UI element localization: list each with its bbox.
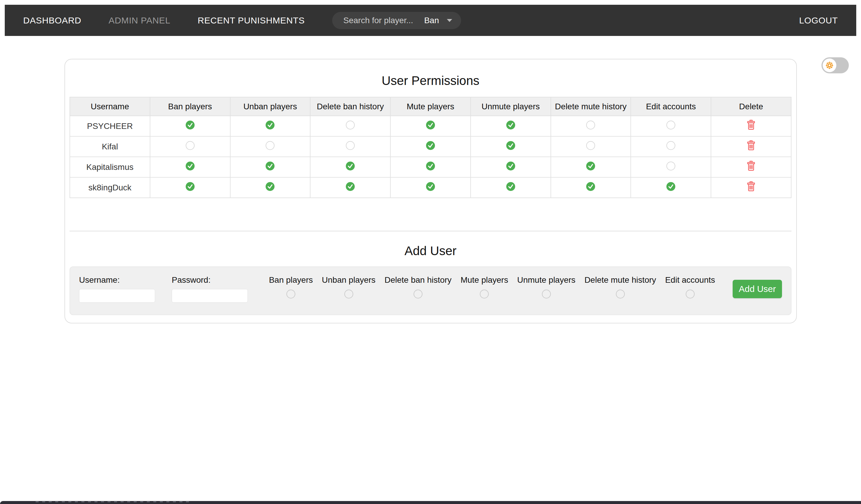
permission-cell-edit-accounts <box>631 177 711 198</box>
unban-players-radio[interactable] <box>344 290 353 298</box>
nav-item-dashboard[interactable]: DASHBOARD <box>23 15 81 26</box>
table-row: Kifal <box>70 136 791 157</box>
perm-group-edit-accounts: Edit accounts <box>665 275 715 298</box>
check-icon-unmute-players[interactable] <box>506 182 515 191</box>
username-cell: PSYCHEER <box>70 116 150 136</box>
delete-user-button[interactable] <box>747 181 755 192</box>
empty-circle-icon-ban-players[interactable] <box>186 141 195 150</box>
delete-user-button[interactable] <box>747 120 755 130</box>
password-field-group: Password: <box>172 275 248 303</box>
logout-button[interactable]: LOGOUT <box>799 15 838 26</box>
column-header-unmute-players: Unmute players <box>470 97 551 116</box>
permission-cell-ban-players <box>150 157 230 177</box>
column-header-unban-players: Unban players <box>230 97 311 116</box>
username-cell: Kifal <box>70 136 150 157</box>
page-title: User Permissions <box>65 74 796 88</box>
permission-cell-delete-ban-history <box>310 177 391 198</box>
delete-cell <box>711 157 791 177</box>
ban-players-radio[interactable] <box>286 290 295 298</box>
caret-down-icon[interactable] <box>447 19 452 22</box>
column-header-edit-accounts: Edit accounts <box>631 97 711 116</box>
permission-cell-ban-players <box>150 136 230 157</box>
empty-circle-icon-edit-accounts[interactable] <box>666 121 675 129</box>
permission-cell-unban-players <box>230 157 311 177</box>
add-user-button[interactable]: Add User <box>733 280 782 298</box>
perm-label-unmute-players: Unmute players <box>517 275 575 285</box>
username-field[interactable] <box>79 289 155 303</box>
check-icon-delete-ban-history[interactable] <box>346 162 355 170</box>
empty-circle-icon-edit-accounts[interactable] <box>666 162 675 170</box>
column-header-ban-players: Ban players <box>150 97 230 116</box>
permission-cell-mute-players <box>391 157 470 177</box>
check-icon-mute-players[interactable] <box>426 162 435 170</box>
search-type-dropdown[interactable]: Ban <box>424 16 439 25</box>
check-icon-edit-accounts[interactable] <box>666 182 675 191</box>
permission-cell-unban-players <box>230 116 311 136</box>
column-header-delete-ban-history: Delete ban history <box>310 97 391 116</box>
delete-user-button[interactable] <box>747 161 755 171</box>
unmute-players-radio[interactable] <box>542 290 551 298</box>
edit-accounts-radio[interactable] <box>686 290 695 298</box>
delete-ban-history-radio[interactable] <box>413 290 423 298</box>
check-icon-mute-players[interactable] <box>426 121 435 129</box>
footer-bar <box>0 501 861 504</box>
perm-label-ban-players: Ban players <box>269 275 313 285</box>
password-field[interactable] <box>172 289 248 303</box>
perm-label-unban-players: Unban players <box>322 275 375 285</box>
trash-icon <box>747 161 755 171</box>
check-icon-unmute-players[interactable] <box>506 141 515 150</box>
permission-cell-edit-accounts <box>631 116 711 136</box>
sun-icon <box>824 60 835 70</box>
check-icon-mute-players[interactable] <box>426 182 435 191</box>
perm-label-edit-accounts: Edit accounts <box>665 275 715 285</box>
password-label: Password: <box>172 275 248 285</box>
permission-cell-edit-accounts <box>631 157 711 177</box>
username-cell: Kapitalismus <box>70 157 150 177</box>
permission-cell-unban-players <box>230 177 311 198</box>
top-navbar: DASHBOARD ADMIN PANEL RECENT PUNISHMENTS… <box>5 5 856 36</box>
empty-circle-icon-delete-ban-history[interactable] <box>346 141 355 150</box>
theme-toggle[interactable] <box>821 57 849 73</box>
theme-toggle-knob[interactable] <box>823 58 836 72</box>
empty-circle-icon-delete-mute-history[interactable] <box>586 141 595 150</box>
permission-cell-mute-players <box>391 116 470 136</box>
delete-mute-history-radio[interactable] <box>616 290 625 298</box>
check-icon-mute-players[interactable] <box>426 141 435 150</box>
table-row: PSYCHEER <box>70 116 791 136</box>
column-header-delete-mute-history: Delete mute history <box>551 97 631 116</box>
player-search-bar: Ban <box>332 12 461 29</box>
check-icon-unban-players[interactable] <box>265 162 274 170</box>
check-icon-ban-players[interactable] <box>186 182 195 191</box>
empty-circle-icon-unban-players[interactable] <box>265 141 274 150</box>
permission-cell-edit-accounts <box>631 136 711 157</box>
check-icon-delete-ban-history[interactable] <box>346 182 355 191</box>
permission-cell-mute-players <box>391 177 470 198</box>
search-input[interactable] <box>343 15 414 26</box>
permission-cell-delete-mute-history <box>551 157 631 177</box>
check-icon-unmute-players[interactable] <box>506 121 515 129</box>
perm-group-unban-players: Unban players <box>322 275 375 298</box>
permission-cell-mute-players <box>391 136 470 157</box>
section-divider <box>69 231 792 232</box>
table-row: Kapitalismus <box>70 157 791 177</box>
delete-user-button[interactable] <box>747 140 755 151</box>
check-icon-unmute-players[interactable] <box>506 162 515 170</box>
nav-item-recent-punishments[interactable]: RECENT PUNISHMENTS <box>197 15 304 26</box>
check-icon-unban-players[interactable] <box>265 121 274 129</box>
delete-cell <box>711 136 791 157</box>
mute-players-radio[interactable] <box>480 290 489 298</box>
permission-cell-delete-ban-history <box>310 136 391 157</box>
empty-circle-icon-delete-ban-history[interactable] <box>346 121 355 129</box>
check-icon-delete-mute-history[interactable] <box>586 182 595 191</box>
check-icon-ban-players[interactable] <box>186 162 195 170</box>
check-icon-unban-players[interactable] <box>265 182 274 191</box>
column-header-username: Username <box>70 97 150 116</box>
nav-item-admin-panel[interactable]: ADMIN PANEL <box>108 15 170 26</box>
empty-circle-icon-edit-accounts[interactable] <box>666 141 675 150</box>
check-icon-ban-players[interactable] <box>186 121 195 129</box>
permission-cell-delete-ban-history <box>310 116 391 136</box>
perm-group-delete-mute-history: Delete mute history <box>584 275 656 298</box>
check-icon-delete-mute-history[interactable] <box>586 162 595 170</box>
empty-circle-icon-delete-mute-history[interactable] <box>586 121 595 129</box>
username-label: Username: <box>79 275 155 285</box>
